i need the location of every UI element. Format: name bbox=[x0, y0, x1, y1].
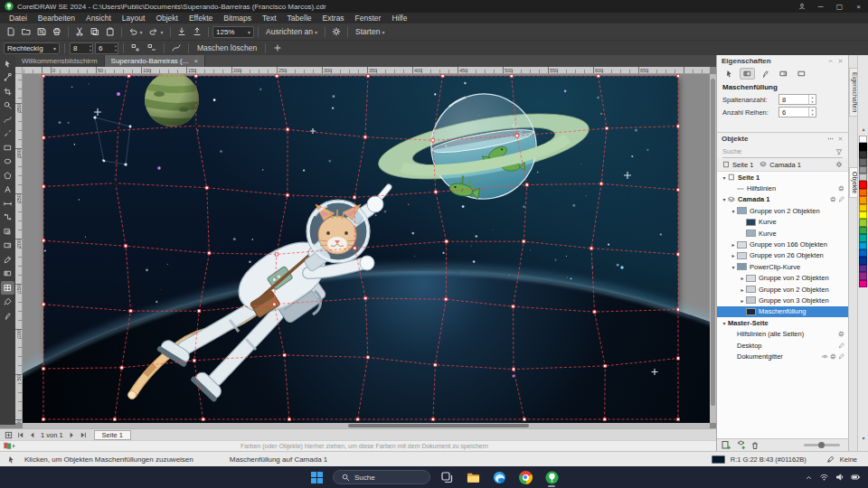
fill-color-chip[interactable] bbox=[712, 455, 725, 464]
menu-layout[interactable]: Layout bbox=[117, 13, 151, 23]
smooth-curve-button[interactable] bbox=[169, 42, 184, 55]
snap-to-dropdown[interactable]: Ausrichten an▾ bbox=[262, 25, 321, 39]
launch-dropdown[interactable]: Starten▾ bbox=[352, 25, 388, 39]
mesh-node[interactable] bbox=[127, 74, 130, 77]
mesh-node[interactable] bbox=[283, 353, 286, 356]
mesh-curve[interactable] bbox=[433, 76, 447, 419]
columns-spinner[interactable]: 8 ▴▾ bbox=[778, 94, 816, 105]
transparency-tool[interactable] bbox=[1, 239, 14, 253]
mesh-curve[interactable] bbox=[43, 355, 678, 370]
mesh-node[interactable] bbox=[208, 252, 211, 255]
tab-welcome-screen[interactable]: Willkommensbildschirm bbox=[15, 55, 105, 67]
frame-tab[interactable] bbox=[794, 68, 809, 80]
mesh-node[interactable] bbox=[276, 74, 278, 77]
print-button[interactable] bbox=[50, 25, 64, 39]
mesh-node[interactable] bbox=[676, 418, 679, 420]
start-button[interactable] bbox=[307, 467, 326, 487]
first-page-button[interactable] bbox=[15, 430, 25, 440]
object-row[interactable]: ▸Gruppe von 26 Objekten bbox=[717, 250, 848, 261]
add-intersection-button[interactable] bbox=[128, 42, 143, 55]
mesh-node[interactable] bbox=[42, 367, 44, 370]
mesh-node[interactable] bbox=[198, 310, 201, 313]
printer-icon[interactable] bbox=[830, 196, 836, 202]
color-swatch[interactable] bbox=[859, 227, 867, 234]
mesh-curve[interactable] bbox=[43, 298, 678, 312]
object-row[interactable]: ▸Gruppe von 2 Objekten bbox=[717, 273, 848, 284]
color-swatch[interactable] bbox=[859, 151, 867, 158]
remove-intersection-button[interactable] bbox=[145, 42, 159, 55]
color-swatch[interactable] bbox=[859, 181, 867, 188]
mesh-node[interactable] bbox=[676, 189, 679, 192]
outline-pen-tool[interactable] bbox=[1, 309, 14, 323]
mesh-node[interactable] bbox=[273, 303, 276, 305]
objects-search[interactable]: Suche bbox=[722, 145, 843, 158]
battery-icon[interactable] bbox=[851, 473, 861, 482]
connector-tool[interactable] bbox=[1, 211, 14, 225]
color-swatch[interactable] bbox=[859, 219, 867, 226]
object-row[interactable]: Kurve bbox=[717, 228, 848, 239]
crop-tool[interactable] bbox=[1, 85, 14, 99]
expander-icon[interactable]: ▸ bbox=[739, 286, 746, 293]
docker-menu-icon[interactable] bbox=[827, 136, 834, 142]
wifi-icon[interactable] bbox=[819, 473, 829, 482]
mesh-node[interactable] bbox=[120, 366, 123, 369]
color-swatch[interactable] bbox=[859, 234, 867, 241]
mesh-node[interactable] bbox=[431, 418, 434, 420]
mesh-node[interactable] bbox=[194, 125, 197, 127]
mesh-node[interactable] bbox=[366, 356, 369, 359]
mesh-node[interactable] bbox=[603, 418, 606, 420]
mesh-node[interactable] bbox=[512, 305, 514, 308]
artistic-media-tool[interactable] bbox=[1, 127, 14, 141]
mesh-node[interactable] bbox=[676, 357, 679, 360]
color-swatch[interactable] bbox=[859, 280, 867, 287]
fill-tab[interactable] bbox=[740, 68, 755, 80]
taskbar-search[interactable]: Suche bbox=[333, 470, 430, 484]
previous-page-button[interactable] bbox=[27, 430, 37, 440]
mesh-node[interactable] bbox=[113, 418, 116, 420]
mesh-node[interactable] bbox=[124, 245, 127, 248]
filter-icon[interactable] bbox=[835, 148, 843, 155]
copy-mesh-button[interactable] bbox=[270, 42, 285, 55]
context-layer-label[interactable]: Camada 1 bbox=[769, 161, 801, 169]
printer-icon[interactable] bbox=[838, 185, 844, 192]
mesh-node[interactable] bbox=[114, 182, 117, 184]
drop-shadow-tool[interactable] bbox=[1, 225, 14, 239]
mesh-node[interactable] bbox=[510, 74, 513, 77]
pencil-icon[interactable] bbox=[838, 343, 844, 349]
slider-knob[interactable] bbox=[818, 442, 825, 448]
tab-current-document[interactable]: Superando-Barreiras (... × bbox=[105, 55, 206, 67]
collapse-docker-icon[interactable] bbox=[827, 58, 834, 64]
color-swatch[interactable] bbox=[859, 174, 867, 181]
new-master-layer-button[interactable] bbox=[736, 440, 746, 450]
mesh-node[interactable] bbox=[42, 303, 44, 305]
mesh-node[interactable] bbox=[117, 129, 119, 132]
menu-fenster[interactable]: Fenster bbox=[350, 13, 387, 23]
color-swatch[interactable] bbox=[859, 204, 867, 211]
mesh-node[interactable] bbox=[599, 183, 602, 185]
mesh-node[interactable] bbox=[676, 74, 679, 77]
mesh-node[interactable] bbox=[42, 74, 44, 77]
color-swatch[interactable] bbox=[859, 249, 867, 257]
task-view-button[interactable] bbox=[437, 467, 457, 487]
scrollbar-thumb[interactable] bbox=[348, 424, 529, 427]
copy-button[interactable] bbox=[88, 25, 102, 39]
shape-tool[interactable] bbox=[1, 71, 14, 85]
mesh-node[interactable] bbox=[431, 139, 434, 142]
color-swatch[interactable] bbox=[859, 166, 867, 174]
eye-icon[interactable] bbox=[822, 353, 828, 360]
context-page-label[interactable]: Seite 1 bbox=[732, 161, 753, 169]
summary-tab[interactable] bbox=[722, 68, 737, 80]
add-page-button[interactable] bbox=[4, 430, 14, 440]
mesh-node[interactable] bbox=[597, 74, 599, 77]
volume-icon[interactable] bbox=[835, 473, 844, 482]
mesh-node[interactable] bbox=[441, 74, 444, 77]
color-swatch[interactable] bbox=[859, 158, 867, 165]
menu-objekt[interactable]: Objekt bbox=[150, 13, 184, 23]
expander-icon[interactable]: ▾ bbox=[721, 320, 728, 326]
color-swatch[interactable] bbox=[859, 257, 867, 264]
mesh-rows-spinner[interactable]: 6▴▾ bbox=[95, 42, 118, 54]
mesh-node[interactable] bbox=[205, 186, 208, 189]
menu-extras[interactable]: Extras bbox=[317, 13, 350, 23]
maximize-button[interactable]: ▢ bbox=[830, 0, 849, 13]
mesh-node[interactable] bbox=[676, 253, 679, 256]
